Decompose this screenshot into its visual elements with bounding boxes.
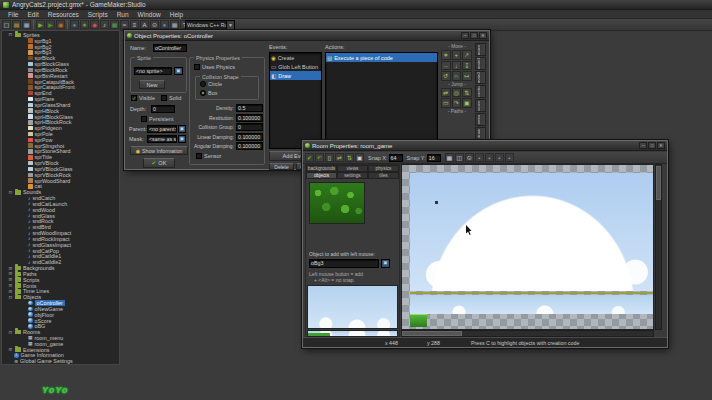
box-radio-icon[interactable] (200, 90, 206, 96)
shift-room-icon[interactable]: ⇄ (335, 153, 344, 162)
shape-box-radio[interactable]: Box (200, 90, 217, 96)
expander-icon[interactable]: ⊟ (8, 295, 13, 300)
expander-icon[interactable]: ⊞ (8, 266, 13, 271)
open-project-icon[interactable]: ▤ (12, 20, 21, 29)
minimize-icon[interactable]: ─ (461, 32, 469, 39)
sprite-select-icon[interactable]: ▣ (174, 67, 183, 75)
event-item[interactable]: ▭Glob Left Button (270, 62, 321, 71)
room-canvas[interactable] (401, 164, 654, 330)
create-sound-icon[interactable]: ♪ (100, 20, 109, 29)
show-information-button[interactable]: ◉ Show Information (130, 146, 188, 155)
vertical-scrollbar[interactable] (655, 164, 662, 330)
room-tab-settings[interactable]: settings (337, 172, 368, 179)
grass-platform[interactable] (410, 314, 427, 327)
solid-checkbox[interactable]: Solid (161, 95, 181, 101)
create-script-icon[interactable]: ≡ (130, 20, 139, 29)
object-window-titlebar[interactable]: Object Properties: oController ─ □ ✕ (125, 31, 489, 41)
snap-x-input[interactable]: 64 (389, 154, 403, 162)
jump-action-5-icon[interactable]: ▣ (462, 98, 472, 108)
menu-scripts[interactable]: Scripts (84, 11, 112, 18)
create-object-icon[interactable]: ● (160, 20, 169, 29)
persistent-checkbox[interactable]: Persistent (141, 116, 173, 122)
action-tab-draw[interactable]: draw (475, 127, 486, 140)
run-debug-icon[interactable]: ▶ (46, 20, 55, 29)
action-item[interactable]: ▤Execute a piece of code (326, 53, 437, 62)
expander-icon[interactable]: ⊞ (8, 347, 13, 352)
create-path-icon[interactable]: ≈ (120, 20, 129, 29)
move-action-5-icon[interactable]: ↧ (462, 61, 472, 71)
event-item[interactable]: ◧Draw (270, 71, 321, 80)
physics-field-input[interactable]: 0.100000 (236, 114, 263, 122)
clear-room-icon[interactable]: ▯ (325, 153, 334, 162)
close-icon[interactable]: ✕ (657, 142, 665, 149)
sensor-checkbox[interactable]: Sensor (196, 153, 221, 159)
action-tab-score[interactable]: score (475, 99, 486, 112)
close-icon[interactable]: ✕ (479, 32, 487, 39)
action-tab-main2[interactable]: main2 (475, 71, 486, 84)
menu-edit[interactable]: Edit (23, 11, 42, 18)
room-tab-objects[interactable]: objects (306, 172, 337, 179)
room-window-titlebar[interactable]: Room Properties: room_game ─ □ ✕ (303, 141, 667, 151)
action-tab-main1[interactable]: main1 (475, 57, 486, 70)
move-action-0-icon[interactable]: ∗ (441, 50, 451, 60)
solid-checkbox-box[interactable] (161, 95, 167, 101)
mask-select-icon[interactable]: ▣ (178, 135, 186, 143)
option-2-icon[interactable]: • (485, 153, 494, 162)
move-action-1-icon[interactable]: + (452, 50, 462, 60)
jump-action-4-icon[interactable]: ↷ (452, 98, 462, 108)
expander-icon[interactable]: ⊞ (8, 289, 13, 294)
extension-manager-icon[interactable]: ∗ (80, 20, 89, 29)
center-view-icon[interactable]: ⊙ (465, 153, 474, 162)
tree-section-global-game-settings[interactable]: ⊛Global Game Settings (2, 358, 119, 364)
jump-action-3-icon[interactable]: ▭ (441, 98, 451, 108)
circle-radio-icon[interactable] (200, 81, 206, 87)
physics-field-input[interactable]: 0.100000 (236, 142, 263, 150)
grid-iso-icon[interactable]: ◫ (455, 153, 464, 162)
maximize-icon[interactable]: □ (470, 32, 478, 39)
expander-icon[interactable]: ⊟ (8, 330, 13, 335)
menu-run[interactable]: Run (113, 11, 133, 18)
move-action-8-icon[interactable]: ↦ (462, 71, 472, 81)
sensor-checkbox-box[interactable] (196, 153, 202, 159)
grid-toggle-icon[interactable]: ▦ (445, 153, 454, 162)
expander-icon[interactable]: ⊟ (8, 32, 13, 37)
event-item[interactable]: ◉Create (270, 53, 321, 62)
minimize-icon[interactable]: ─ (639, 142, 647, 149)
global-game-settings-icon[interactable]: ● (70, 20, 79, 29)
move-action-2-icon[interactable]: ↗ (462, 50, 472, 60)
runner-dropdown[interactable]: Windows C++ Runner ▼ (185, 20, 235, 30)
name-input[interactable]: oController (153, 44, 187, 52)
delete-event-button[interactable]: Delete (269, 163, 294, 170)
chevron-down-icon[interactable]: ▼ (226, 21, 234, 29)
jump-action-0-icon[interactable]: ⇄ (441, 88, 451, 98)
room-object-marker[interactable] (435, 201, 438, 204)
stop-icon[interactable]: ◉ (56, 20, 65, 29)
expander-icon[interactable]: ⊞ (8, 271, 13, 276)
expander-icon[interactable]: ⊞ (8, 283, 13, 288)
room-tab-views[interactable]: views (337, 165, 368, 172)
move-action-6-icon[interactable]: ↺ (441, 71, 451, 81)
sprite-input[interactable]: <no sprite> (134, 67, 172, 75)
expander-icon[interactable]: ⊟ (8, 190, 13, 195)
sort-objects-icon[interactable]: ⇅ (345, 153, 354, 162)
room-tab-backgrounds[interactable]: backgrounds (306, 165, 337, 172)
jump-action-1-icon[interactable]: ◎ (452, 88, 462, 98)
action-tab-move[interactable]: move (475, 43, 486, 56)
save-project-icon[interactable]: ▦ (22, 20, 31, 29)
create-timeline-icon[interactable]: ⊙ (150, 20, 159, 29)
horizontal-scrollbar-thumb[interactable] (402, 331, 462, 336)
create-font-icon[interactable]: A (140, 20, 149, 29)
uses-physics-checkbox-box[interactable] (194, 64, 200, 70)
depth-input[interactable]: 0 (151, 105, 175, 113)
create-background-icon[interactable]: ▦ (110, 20, 119, 29)
physics-field-input[interactable]: 0 (236, 123, 263, 131)
new-sprite-button[interactable]: New (139, 80, 165, 89)
vertical-scrollbar-thumb[interactable] (656, 166, 661, 200)
object-select-icon[interactable]: ▣ (381, 259, 390, 268)
option-3-icon[interactable]: • (495, 153, 504, 162)
physics-field-input[interactable]: 0.5 (236, 104, 263, 112)
menu-file[interactable]: File (4, 11, 22, 18)
horizontal-scrollbar[interactable] (401, 330, 654, 337)
move-action-4-icon[interactable]: ↓ (452, 61, 462, 71)
menu-help[interactable]: Help (166, 11, 187, 18)
